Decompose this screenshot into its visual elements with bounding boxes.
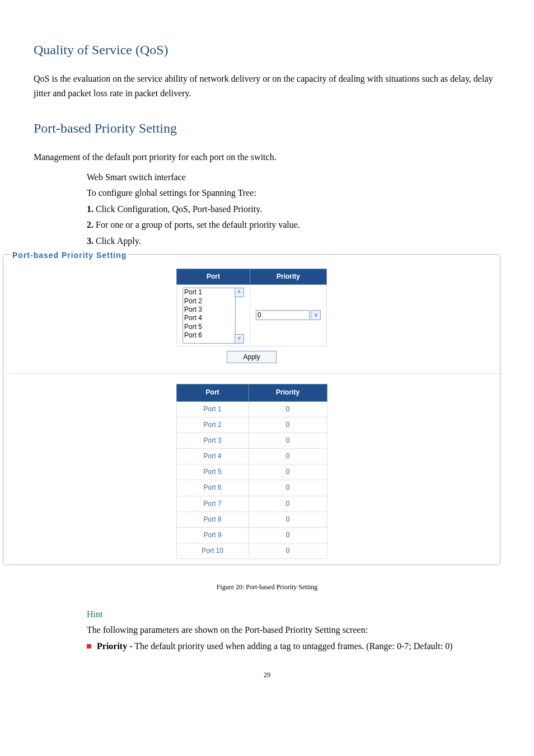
step-number: 2. [87,220,93,229]
step-number: 1. [87,204,93,214]
page-number: 29 [34,670,500,680]
port-multiselect[interactable]: Port 1 Port 2 Port 3 Port 4 Port 5 Port … [182,288,236,344]
step-2: 2. For one or a group of ports, set the … [87,218,500,232]
hint-priority-item: Priority - The default priority used whe… [87,639,500,654]
bullet-square-icon [87,644,91,649]
step-1: 1. Click Configuration, QoS, Port-based … [87,202,500,217]
table-row: Port 80 [176,511,327,527]
col-header-priority: Priority [250,269,327,285]
col-header-port: Port [177,269,250,285]
table-row: Port 50 [176,464,327,480]
paragraph-qos: QoS is the evaluation on the service abi… [34,72,500,100]
figure-caption: Figure 20: Port-based Priority Setting [34,582,500,593]
configure-label: To configure global settings for Spannin… [87,186,500,200]
step-3: 3. Click Apply. [87,234,500,248]
chevron-up-icon[interactable]: ∧ [235,288,244,297]
hint-priority-desc: The default priority used when adding a … [134,641,452,651]
interface-label: Web Smart switch interface [87,170,500,185]
groupbox-port-priority-setting: Port-based Priority Setting Port Priorit… [3,254,500,566]
table-row: Port 30 [176,433,327,448]
apply-button[interactable]: Apply [227,351,276,363]
section-heading-port-priority: Port-based Priority Setting [34,118,500,139]
table-row: Port 100 [176,543,327,559]
table-row: Port 10 [176,401,327,417]
dropdown-icon[interactable]: ∨ [311,310,321,320]
paragraph-port-mgmt: Management of the default port priority … [34,150,500,165]
step-text: Click Apply. [93,236,141,246]
section-heading-qos: Quality of Service (QoS) [34,39,500,60]
scrollbar[interactable]: ∧ ∨ [235,288,244,344]
table-row: Port 20 [176,417,327,433]
hint-intro: The following parameters are shown on th… [87,623,500,637]
chevron-down-icon[interactable]: ∨ [235,334,244,344]
hint-block: Hint The following parameters are shown … [87,607,500,654]
groupbox-title: Port-based Priority Setting [10,249,129,261]
col-header-port: Port [176,384,249,401]
table-row: Port 90 [176,528,327,543]
config-table: Port Priority Port 1 Port 2 Port 3 Port … [176,269,327,346]
table-row: Port 40 [176,449,327,464]
priority-select[interactable] [256,310,310,320]
procedure-block: Web Smart switch interface To configure … [87,170,500,248]
divider [3,373,500,374]
step-text: Click Configuration, QoS, Port-based Pri… [93,204,262,214]
hint-title: Hint [87,607,500,622]
step-number: 3. [87,236,93,246]
table-row: Port 70 [176,496,327,511]
table-row: Port 60 [176,480,327,496]
col-header-priority: Priority [249,384,327,401]
hint-priority-label: Priority - [97,641,133,651]
step-text: For one or a group of ports, set the def… [93,220,300,229]
status-table: Port Priority Port 10 Port 20 Port 30 Po… [176,384,327,559]
